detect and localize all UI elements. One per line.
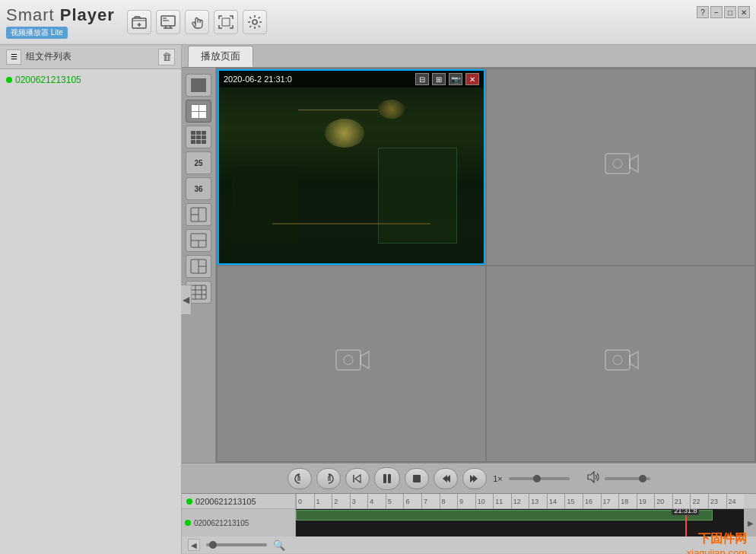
layout-selector: 25 36 bbox=[182, 68, 216, 463]
ruler-mark-16: 16 bbox=[583, 494, 601, 508]
timeline-bottom: ◀ 🔍 下固件网 xiagujian.com bbox=[182, 536, 756, 553]
video-overlay-bar: 2020-06-2 21:31:0 ⊟ ⊞ 📷 ✕ bbox=[219, 71, 484, 88]
svg-marker-29 bbox=[361, 352, 369, 368]
ruler-mark-2: 2 bbox=[332, 494, 350, 508]
timeline-nav-left[interactable]: ◀ bbox=[188, 539, 200, 551]
video-cell-3[interactable] bbox=[218, 266, 485, 462]
ruler-mark-13: 13 bbox=[529, 494, 547, 508]
maximize-button[interactable]: □ bbox=[724, 6, 736, 18]
layout-36-button[interactable]: 36 bbox=[186, 177, 211, 200]
zoom-slider[interactable] bbox=[206, 543, 267, 546]
timeline-ruler-inner: 0123456789101112131415161718192021222324 bbox=[296, 494, 744, 508]
timeline-segment-1 bbox=[296, 510, 713, 521]
ruler-mark-17: 17 bbox=[601, 494, 619, 508]
forward-button[interactable] bbox=[316, 468, 341, 489]
timeline-time-badge: 21:31:8 bbox=[672, 509, 699, 515]
volume-slider[interactable] bbox=[605, 477, 650, 480]
window-controls: ? − □ ✕ bbox=[697, 6, 750, 18]
ruler-mark-0: 0 bbox=[296, 494, 314, 508]
layout-custom3-button[interactable] bbox=[186, 255, 211, 278]
ruler-mark-24: 24 bbox=[726, 494, 745, 508]
stop-button[interactable] bbox=[405, 468, 429, 489]
ruler-mark-22: 22 bbox=[690, 494, 708, 508]
video-area: 25 36 bbox=[182, 68, 756, 463]
file-item[interactable]: 0200621213105 bbox=[3, 72, 178, 88]
svg-rect-31 bbox=[605, 350, 630, 370]
svg-rect-39 bbox=[383, 474, 386, 483]
volume-button[interactable] bbox=[586, 471, 600, 486]
timeline-channel-1-label: 0200621213105 bbox=[185, 517, 292, 529]
ruler-mark-20: 20 bbox=[654, 494, 672, 508]
timeline-tracks[interactable]: 21:31:8 bbox=[296, 509, 744, 536]
back-button[interactable] bbox=[345, 468, 370, 489]
volume-slider-thumb[interactable] bbox=[639, 475, 646, 482]
ruler-mark-3: 3 bbox=[350, 494, 368, 508]
ruler-mark-23: 23 bbox=[708, 494, 726, 508]
layout-3x3-button[interactable] bbox=[186, 126, 211, 148]
layout-custom1-button[interactable] bbox=[186, 203, 211, 226]
toolbar bbox=[127, 10, 267, 34]
watermark: 下固件网 xiagujian.com bbox=[684, 530, 751, 554]
video-cell-2[interactable] bbox=[487, 69, 754, 265]
playback-controls: 1× bbox=[182, 463, 756, 493]
next-frame-button[interactable] bbox=[462, 468, 487, 489]
timeline-ruler: 0123456789101112131415161718192021222324 bbox=[296, 494, 744, 509]
zoom-slider-thumb[interactable] bbox=[209, 541, 217, 549]
vid-ctrl-snapshot[interactable]: 📷 bbox=[449, 73, 462, 85]
vid-ctrl-expand[interactable]: ⊞ bbox=[432, 73, 446, 85]
app-logo: Smart Player 视频播放器 Lite bbox=[6, 5, 115, 39]
layout-1x1-button[interactable] bbox=[186, 74, 211, 97]
timeline-channel-name: 0200621213105 bbox=[195, 497, 256, 506]
sidebar-header-left: ☰ 组文件列表 bbox=[6, 49, 71, 65]
prev-frame-button[interactable] bbox=[434, 468, 458, 489]
tab-bar: 播放页面 bbox=[182, 45, 756, 68]
timeline-channel-dot-1 bbox=[185, 520, 191, 526]
ruler-mark-4: 4 bbox=[367, 494, 386, 508]
sidebar-header: ☰ 组文件列表 🗑 bbox=[0, 45, 181, 69]
speed-slider[interactable] bbox=[509, 477, 570, 480]
vid-ctrl-layout[interactable]: ⊟ bbox=[415, 73, 429, 85]
layout-25-button[interactable]: 25 bbox=[186, 151, 211, 174]
delete-group-button[interactable]: 🗑 bbox=[158, 49, 175, 65]
ruler-mark-19: 19 bbox=[637, 494, 655, 508]
ruler-mark-5: 5 bbox=[386, 494, 404, 508]
svg-point-33 bbox=[613, 355, 622, 365]
timeline-track-area: 0200621213105 21:31:8 ▶ bbox=[182, 509, 756, 536]
close-button[interactable]: ✕ bbox=[738, 6, 750, 18]
svg-point-27 bbox=[613, 159, 622, 168]
night-road bbox=[272, 223, 431, 224]
rewind-button[interactable] bbox=[287, 468, 312, 489]
night-scene bbox=[219, 71, 484, 263]
video-content-1: 2020-06-2 21:31:0 ⊟ ⊞ 📷 ✕ bbox=[219, 71, 484, 263]
main-layout: ☰ 组文件列表 🗑 0200621213105 ◀ 播放页面 bbox=[0, 45, 756, 554]
sidebar-toggle-button[interactable]: ☰ bbox=[6, 49, 21, 65]
sidebar-collapse-button[interactable]: ◀ bbox=[181, 285, 192, 315]
ruler-mark-6: 6 bbox=[403, 494, 421, 508]
settings-button[interactable] bbox=[243, 10, 267, 34]
svg-rect-20 bbox=[191, 285, 206, 299]
svg-marker-46 bbox=[588, 472, 594, 482]
fullscreen-button[interactable] bbox=[214, 10, 238, 34]
layout-custom2-button[interactable] bbox=[186, 229, 211, 252]
folder-add-button[interactable] bbox=[127, 10, 151, 34]
watermark-line1: 下固件网 bbox=[687, 531, 748, 547]
svg-marker-26 bbox=[630, 155, 638, 172]
ruler-mark-10: 10 bbox=[475, 494, 494, 508]
timeline-area: 0200621213105 01234567891011121314151617… bbox=[182, 493, 756, 554]
speed-slider-thumb[interactable] bbox=[533, 475, 541, 482]
ruler-mark-12: 12 bbox=[511, 494, 529, 508]
help-button[interactable]: ? bbox=[697, 6, 709, 18]
pause-button[interactable] bbox=[374, 467, 400, 490]
tab-play[interactable]: 播放页面 bbox=[188, 46, 253, 67]
layout-2x2-button[interactable] bbox=[186, 100, 211, 123]
hand-button[interactable] bbox=[185, 10, 209, 34]
zoom-in-icon[interactable]: 🔍 bbox=[273, 540, 285, 551]
ruler-mark-15: 15 bbox=[564, 494, 583, 508]
monitor-button[interactable] bbox=[156, 10, 180, 34]
video-cell-4[interactable] bbox=[487, 266, 754, 462]
svg-rect-41 bbox=[413, 475, 421, 482]
vid-ctrl-close[interactable]: ✕ bbox=[465, 73, 479, 85]
minimize-button[interactable]: − bbox=[710, 6, 723, 18]
svg-rect-28 bbox=[336, 350, 361, 370]
video-cell-1[interactable]: 2020-06-2 21:31:0 ⊟ ⊞ 📷 ✕ bbox=[218, 69, 485, 265]
